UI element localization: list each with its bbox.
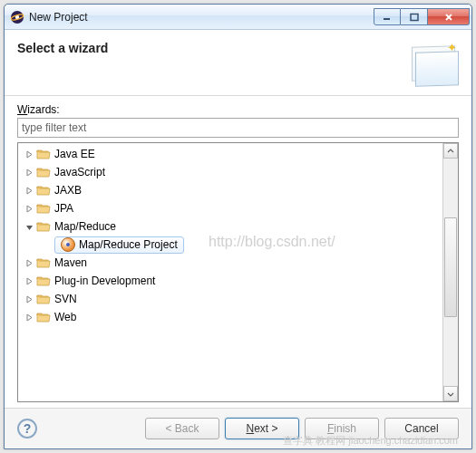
tree-item-label: JavaScript: [54, 166, 105, 178]
tree-item-label: Map/Reduce Project: [79, 238, 178, 251]
next-button[interactable]: Next >: [225, 418, 299, 439]
dialog-footer: ? < Back Next > Finish Cancel: [5, 408, 471, 448]
wizard-banner-icon: ✦: [401, 41, 459, 86]
project-icon: [61, 237, 75, 252]
tree-item[interactable]: JAXB: [18, 181, 458, 199]
dialog-body: Wizards: Java EEJavaScriptJAXBJPAMap/Red…: [5, 96, 471, 408]
help-button[interactable]: ?: [17, 419, 37, 439]
maximize-button[interactable]: [401, 8, 428, 25]
expand-arrow-icon[interactable]: [24, 312, 34, 323]
tree-item-label: Web: [54, 311, 76, 323]
tree-container: Java EEJavaScriptJAXBJPAMap/ReduceMap/Re…: [17, 142, 459, 402]
folder-icon: [36, 220, 51, 233]
wizards-label: Wizards:: [17, 103, 459, 116]
tree-item[interactable]: SVN: [18, 290, 458, 308]
app-icon: [10, 10, 24, 24]
expand-arrow-icon[interactable]: [24, 203, 34, 214]
wizard-tree[interactable]: Java EEJavaScriptJAXBJPAMap/ReduceMap/Re…: [18, 143, 458, 401]
tree-item-label: JAXB: [54, 184, 82, 197]
expand-arrow-icon[interactable]: [24, 185, 34, 196]
minimize-button[interactable]: [374, 8, 401, 25]
filter-input[interactable]: [17, 118, 459, 138]
expand-arrow-icon[interactable]: [24, 294, 34, 304]
folder-icon: [36, 202, 51, 215]
expand-arrow-icon[interactable]: [24, 257, 34, 268]
tree-item-label: Map/Reduce: [54, 220, 116, 233]
scroll-track[interactable]: [443, 159, 458, 386]
tree-item[interactable]: JavaScript: [18, 163, 458, 181]
folder-icon: [36, 311, 51, 323]
folder-icon: [36, 275, 51, 287]
tree-item-label: Maven: [54, 256, 87, 269]
folder-icon: [36, 184, 51, 197]
tree-item[interactable]: Map/Reduce: [18, 217, 458, 236]
tree-item-label: SVN: [54, 293, 77, 305]
folder-icon: [36, 293, 51, 305]
folder-icon: [36, 256, 51, 269]
expand-arrow-icon[interactable]: [24, 221, 34, 232]
scroll-thumb[interactable]: [444, 217, 457, 317]
tree-item[interactable]: Map/Reduce Project: [18, 236, 458, 254]
finish-button[interactable]: Finish: [305, 418, 379, 439]
folder-icon: [36, 148, 51, 160]
tree-item[interactable]: Plug-in Development: [18, 272, 458, 290]
svg-rect-3: [384, 18, 390, 20]
tree-item-label: Java EE: [54, 148, 95, 160]
vertical-scrollbar[interactable]: [442, 143, 458, 401]
tree-item[interactable]: JPA: [18, 199, 458, 217]
cancel-button[interactable]: Cancel: [384, 418, 459, 439]
window-title: New Project: [29, 11, 374, 24]
back-button[interactable]: < Back: [145, 418, 219, 439]
svg-rect-4: [411, 14, 418, 20]
titlebar[interactable]: New Project: [5, 5, 471, 30]
dialog-header: Select a wizard ✦: [5, 30, 471, 96]
scroll-down-button[interactable]: [443, 386, 458, 401]
expand-arrow-icon[interactable]: [24, 167, 34, 178]
button-bar: < Back Next > Finish Cancel: [145, 418, 459, 439]
expand-arrow-icon[interactable]: [24, 149, 34, 159]
window-controls: [374, 8, 470, 25]
tree-item-label: JPA: [54, 202, 73, 215]
dialog-window: New Project Select a wizard ✦ Wizards: J…: [4, 4, 472, 449]
tree-item[interactable]: Java EE: [18, 145, 458, 163]
expand-arrow-icon[interactable]: [24, 275, 34, 286]
folder-icon: [36, 166, 51, 178]
tree-item[interactable]: Web: [18, 308, 458, 326]
close-button[interactable]: [428, 8, 470, 25]
scroll-up-button[interactable]: [443, 143, 458, 159]
tree-item[interactable]: Maven: [18, 254, 458, 272]
tree-item-label: Plug-in Development: [54, 275, 155, 287]
page-title: Select a wizard: [17, 41, 108, 55]
